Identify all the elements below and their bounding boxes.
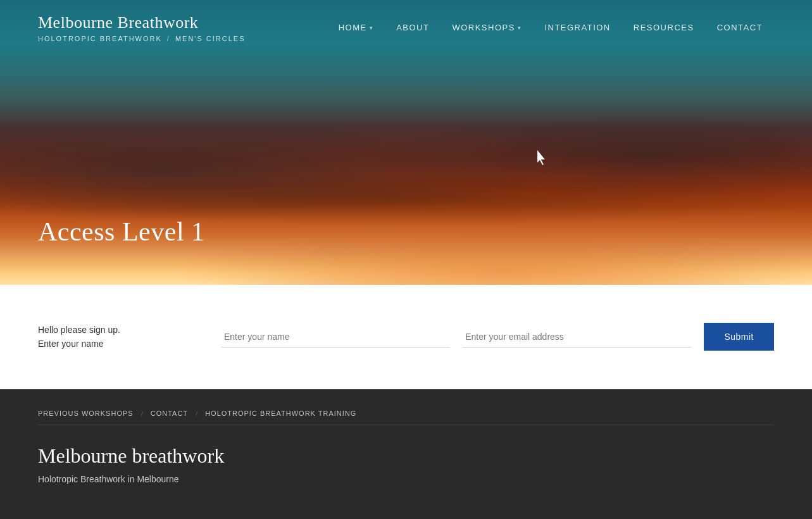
signup-line1: Hello please sign up. (38, 323, 196, 337)
footer-area: PREVIOUS WORKSHOPS / CONTACT / HOLOTROPI… (0, 389, 812, 503)
submit-button[interactable]: Submit (704, 323, 774, 351)
nav-links: HOME ▾ ABOUT WORKSHOPS ▾ INTEGRATION (327, 18, 774, 37)
brand-sub: HOLOTROPIC BREATHWORK / MEN'S CIRCLES (38, 35, 246, 42)
nav-link-about[interactable]: ABOUT (385, 18, 440, 37)
nav-item-resources[interactable]: RESOURCES (622, 18, 706, 37)
signup-section: Hello please sign up. Enter your name Su… (38, 323, 774, 351)
nav-item-contact[interactable]: CONTACT (706, 18, 774, 37)
brand-sub2: MEN'S CIRCLES (175, 35, 246, 42)
nav-link-home[interactable]: HOME ▾ (327, 18, 385, 37)
nav-item-integration[interactable]: INTEGRATION (533, 18, 621, 37)
brand-sep: / (167, 35, 170, 42)
signup-form: Submit (222, 323, 774, 351)
footer-title: Melbourne breathwork (38, 444, 774, 468)
brand-sub1: HOLOTROPIC BREATHWORK (38, 35, 162, 42)
brand[interactable]: Melbourne Breathwork HOLOTROPIC BREATHWO… (38, 13, 246, 42)
chevron-down-icon-2: ▾ (518, 25, 522, 31)
page-title: Access Level 1 (38, 216, 205, 247)
hero-content: Access Level 1 (38, 216, 205, 247)
email-input[interactable] (463, 327, 691, 347)
main-content: Hello please sign up. Enter your name Su… (0, 285, 812, 389)
nav-link-contact[interactable]: CONTACT (706, 18, 774, 37)
chevron-down-icon: ▾ (370, 25, 374, 31)
nav-link-workshops[interactable]: WORKSHOPS ▾ (440, 18, 533, 37)
signup-line2: Enter your name (38, 337, 196, 351)
brand-name: Melbourne Breathwork (38, 13, 246, 32)
nav-item-home[interactable]: HOME ▾ (327, 18, 385, 37)
name-input[interactable] (222, 327, 450, 347)
nav-link-integration[interactable]: INTEGRATION (533, 18, 621, 37)
nav-link-resources[interactable]: RESOURCES (622, 18, 706, 37)
main-nav: Melbourne Breathwork HOLOTROPIC BREATHWO… (0, 0, 812, 55)
nav-item-about[interactable]: ABOUT (385, 18, 440, 37)
footer-nav: PREVIOUS WORKSHOPS / CONTACT / HOLOTROPI… (38, 402, 774, 425)
footer-nav-previous-workshops[interactable]: PREVIOUS WORKSHOPS (38, 402, 134, 425)
footer-subtitle: Holotropic Breathwork in Melbourne (38, 474, 774, 484)
footer-nav-training[interactable]: HOLOTROPIC BREATHWORK TRAINING (205, 402, 356, 425)
footer-sep-1: / (141, 410, 143, 417)
nav-item-workshops[interactable]: WORKSHOPS ▾ (440, 18, 533, 37)
footer-sep-2: / (196, 410, 197, 417)
signup-text: Hello please sign up. Enter your name (38, 323, 196, 351)
hero-section: Melbourne Breathwork HOLOTROPIC BREATHWO… (0, 0, 812, 285)
footer-nav-contact[interactable]: CONTACT (151, 402, 188, 425)
